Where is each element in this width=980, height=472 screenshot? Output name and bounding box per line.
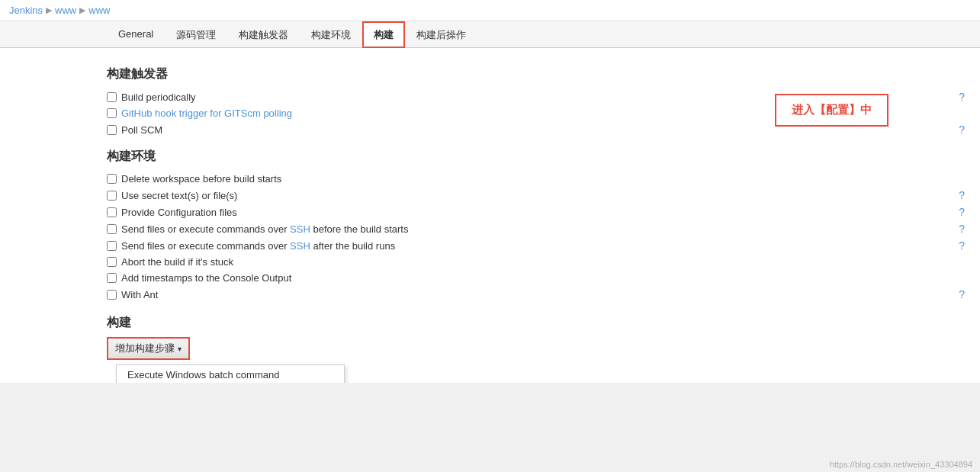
breadcrumb-www1[interactable]: www: [55, 5, 76, 16]
link-ssh-after[interactable]: SSH: [290, 240, 310, 252]
checkbox-abort-stuck[interactable]: [107, 257, 117, 267]
checkbox-build-periodically[interactable]: [107, 92, 117, 102]
label-ssh-after: Send files or execute commands over SSH …: [121, 240, 395, 252]
link-ssh-before[interactable]: SSH: [290, 223, 310, 235]
build-trigger-title: 构建触发器: [107, 66, 965, 82]
check-abort-stuck: Abort the build if it's stuck: [107, 254, 965, 270]
help-icon-with-ant[interactable]: ?: [959, 288, 965, 300]
checkbox-poll-scm[interactable]: [107, 125, 117, 135]
help-icon-secret-text[interactable]: ?: [959, 189, 965, 201]
check-with-ant: With Ant ?: [107, 286, 965, 303]
help-icon-poll-scm[interactable]: ?: [959, 124, 965, 136]
info-box: 进入【配置】中: [775, 94, 888, 127]
label-build-periodically: Build periodically: [121, 92, 196, 103]
label-secret-text: Use secret text(s) or file(s): [121, 190, 237, 201]
label-github-hook: GitHub hook trigger for GITScm polling: [121, 108, 292, 119]
label-timestamps: Add timestamps to the Console Output: [121, 272, 291, 284]
build-section: 构建 增加构建步骤 ▾ Execute Windows batch comman…: [107, 315, 965, 360]
tab-build-env[interactable]: 构建环境: [300, 21, 362, 48]
checkbox-secret-text[interactable]: [107, 191, 117, 201]
checkbox-delete-workspace[interactable]: [107, 174, 117, 184]
breadcrumb: Jenkins ▶ www ▶ www: [0, 0, 980, 21]
check-provide-config: Provide Configuration files ?: [107, 204, 965, 220]
tab-bar: General 源码管理 构建触发器 构建环境 构建 构建后操作: [0, 21, 980, 48]
build-section-title: 构建: [107, 315, 965, 331]
checkbox-timestamps[interactable]: [107, 273, 117, 283]
tab-source-mgmt[interactable]: 源码管理: [165, 21, 227, 48]
tab-build-triggers[interactable]: 构建触发器: [227, 21, 300, 48]
breadcrumb-sep-2: ▶: [79, 5, 85, 15]
breadcrumb-sep-1: ▶: [46, 5, 52, 15]
check-ssh-after: Send files or execute commands over SSH …: [107, 237, 965, 254]
check-delete-workspace: Delete workspace before build starts: [107, 171, 965, 187]
breadcrumb-jenkins[interactable]: Jenkins: [9, 5, 43, 16]
content-area: 进入【配置】中 构建触发器 Build periodically ? GitHu…: [0, 48, 980, 368]
checkbox-ssh-after[interactable]: [107, 241, 117, 251]
tab-build[interactable]: 构建: [362, 21, 405, 48]
label-ssh-before: Send files or execute commands over SSH …: [121, 223, 408, 235]
build-step-dropdown: Execute Windows batch command Execute sh…: [116, 364, 345, 383]
label-abort-stuck: Abort the build if it's stuck: [121, 256, 233, 268]
check-secret-text: Use secret text(s) or file(s) ?: [107, 187, 965, 204]
build-env-title: 构建环境: [107, 149, 965, 165]
check-timestamps: Add timestamps to the Console Output: [107, 270, 965, 286]
dropdown-item-windows-batch[interactable]: Execute Windows batch command: [117, 365, 344, 383]
main-content: General 源码管理 构建触发器 构建环境 构建 构建后操作 进入【配置】中…: [0, 21, 980, 383]
help-icon-ssh-after[interactable]: ?: [959, 239, 965, 252]
help-icon-ssh-before[interactable]: ?: [959, 223, 965, 235]
checkbox-with-ant[interactable]: [107, 290, 117, 300]
link-github-hook[interactable]: GitHub hook trigger for GITScm polling: [121, 108, 292, 119]
tab-post-build[interactable]: 构建后操作: [405, 21, 477, 48]
label-provide-config: Provide Configuration files: [121, 207, 237, 218]
breadcrumb-www2[interactable]: www: [88, 5, 110, 16]
dropdown-arrow-icon: ▾: [178, 345, 182, 353]
checkbox-ssh-before[interactable]: [107, 224, 117, 234]
checkbox-provide-config[interactable]: [107, 207, 117, 217]
add-build-step-button[interactable]: 增加构建步骤 ▾: [107, 337, 190, 360]
help-icon-provide-config[interactable]: ?: [959, 206, 965, 218]
tab-general[interactable]: General: [107, 21, 165, 48]
label-delete-workspace: Delete workspace before build starts: [121, 173, 281, 185]
help-icon-build-periodically[interactable]: ?: [959, 91, 965, 103]
label-poll-scm: Poll SCM: [121, 124, 162, 136]
checkbox-github-hook[interactable]: [107, 108, 117, 118]
check-ssh-before: Send files or execute commands over SSH …: [107, 220, 965, 237]
label-with-ant: With Ant: [121, 289, 158, 300]
add-step-label: 增加构建步骤: [115, 342, 175, 355]
